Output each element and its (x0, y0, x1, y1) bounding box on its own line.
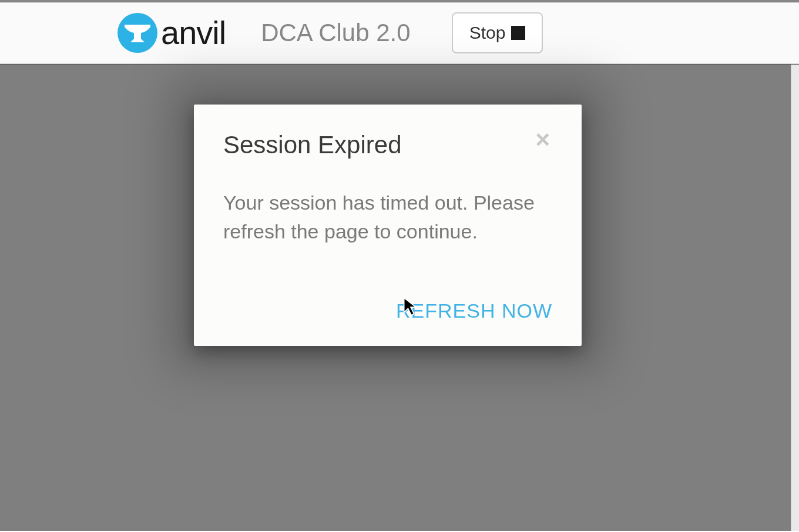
app-title: DCA Club 2.0 (261, 19, 410, 47)
app-content-backdrop: Session Expired × Your session has timed… (0, 64, 799, 531)
scrollbar-track[interactable] (791, 65, 799, 531)
modal-title: Session Expired (223, 131, 402, 159)
anvil-logo[interactable]: anvil (118, 13, 226, 53)
stop-icon (511, 26, 525, 40)
refresh-now-button[interactable]: REFRESH NOW (396, 299, 552, 322)
header-bar: anvil DCA Club 2.0 Stop (0, 2, 799, 64)
close-icon[interactable]: × (533, 131, 552, 148)
anvil-wordmark: anvil (161, 14, 226, 52)
stop-button[interactable]: Stop (452, 12, 543, 53)
modal-body-text: Your session has timed out. Please refre… (223, 188, 552, 247)
anvil-logo-icon (118, 13, 157, 53)
stop-button-label: Stop (469, 23, 506, 43)
session-expired-modal: Session Expired × Your session has timed… (194, 105, 582, 346)
